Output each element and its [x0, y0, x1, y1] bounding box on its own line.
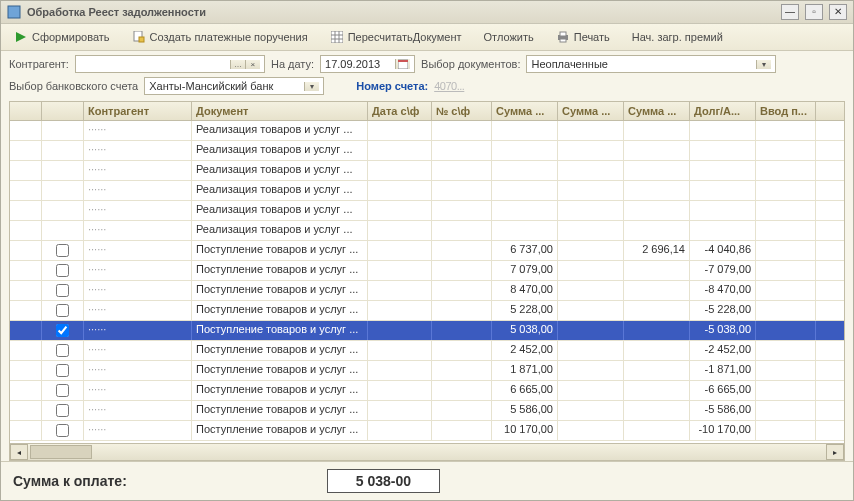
col-rowmarker[interactable] [10, 102, 42, 120]
window-buttons: — ▫ ✕ [781, 4, 847, 20]
table-row[interactable]: ······Поступление товаров и услуг ...2 4… [10, 341, 844, 361]
scroll-left-icon[interactable]: ◂ [10, 444, 28, 460]
table-row[interactable]: ······Реализация товаров и услуг ... [10, 141, 844, 161]
sum-to-pay-value: 5 038-00 [327, 469, 440, 493]
close-button[interactable]: ✕ [829, 4, 847, 20]
doc-select-combo[interactable]: Неоплаченные ▾ [526, 55, 776, 73]
table-row[interactable]: ······Поступление товаров и услуг ...8 4… [10, 281, 844, 301]
table-row[interactable]: ······Реализация товаров и услуг ... [10, 221, 844, 241]
cell-sum1: 5 038,00 [492, 321, 558, 340]
cell-invoice-date [368, 341, 432, 360]
table-row[interactable]: ······Реализация товаров и услуг ... [10, 181, 844, 201]
cell-invoice-no [432, 341, 492, 360]
cell-enter [756, 341, 816, 360]
col-sum2[interactable]: Сумма ... [558, 102, 624, 120]
cell-sum1 [492, 181, 558, 200]
table-row[interactable]: ······Поступление товаров и услуг ...7 0… [10, 261, 844, 281]
col-enter[interactable]: Ввод п... [756, 102, 816, 120]
postpone-label: Отложить [484, 31, 534, 43]
grid-body[interactable]: ······Реализация товаров и услуг ...····… [10, 121, 844, 443]
cell-counterparty: ······ [84, 421, 192, 440]
row-checkbox[interactable] [56, 424, 69, 437]
chevron-down-icon[interactable]: ▾ [756, 60, 771, 69]
col-invoice-date[interactable]: Дата с\ф [368, 102, 432, 120]
ellipsis-icon[interactable]: … [230, 60, 245, 69]
table-row[interactable]: ······Поступление товаров и услуг ...5 2… [10, 301, 844, 321]
cell-sum2 [558, 421, 624, 440]
cell-sum1 [492, 161, 558, 180]
col-counterparty[interactable]: Контрагент [84, 102, 192, 120]
account-number-link[interactable]: 4070... [434, 80, 464, 92]
cell-counterparty: ······ [84, 141, 192, 160]
cell-enter [756, 221, 816, 240]
cell-debt [690, 201, 756, 220]
cell-sum3 [624, 181, 690, 200]
col-debt[interactable]: Долг/А... [690, 102, 756, 120]
create-payments-label: Создать платежные поручения [150, 31, 308, 43]
cell-sum2 [558, 401, 624, 420]
cell-document: Поступление товаров и услуг ... [192, 341, 368, 360]
cell-enter [756, 381, 816, 400]
load-premium-button[interactable]: Нач. загр. премий [625, 28, 730, 46]
cell-sum2 [558, 121, 624, 140]
row-checkbox[interactable] [56, 284, 69, 297]
chevron-down-icon[interactable]: ▾ [304, 82, 319, 91]
table-row[interactable]: ······Поступление товаров и услуг ...6 6… [10, 381, 844, 401]
col-checkbox[interactable] [42, 102, 84, 120]
col-sum3[interactable]: Сумма ... [624, 102, 690, 120]
cell-enter [756, 301, 816, 320]
account-number-label: Номер счета: [356, 80, 428, 92]
print-button[interactable]: Печать [549, 27, 617, 47]
table-row[interactable]: ······Поступление товаров и услуг ...1 8… [10, 361, 844, 381]
table-row[interactable]: ······Поступление товаров и услуг ...5 0… [10, 321, 844, 341]
row-checkbox-cell [42, 421, 84, 440]
table-row[interactable]: ······Поступление товаров и услуг ...5 5… [10, 401, 844, 421]
clear-icon[interactable]: × [245, 60, 260, 69]
create-payments-button[interactable]: Создать платежные поручения [125, 27, 315, 47]
row-checkbox[interactable] [56, 304, 69, 317]
horizontal-scrollbar[interactable]: ◂ ▸ [10, 443, 844, 460]
cell-sum2 [558, 301, 624, 320]
printer-icon [556, 30, 570, 44]
date-field[interactable]: 17.09.2013 [320, 55, 415, 73]
cell-enter [756, 321, 816, 340]
recalc-button[interactable]: ПересчитатьДокумент [323, 27, 469, 47]
row-checkbox-cell [42, 321, 84, 340]
table-row[interactable]: ······Реализация товаров и услуг ... [10, 121, 844, 141]
counterparty-combo[interactable]: … × [75, 55, 265, 73]
row-checkbox[interactable] [56, 324, 69, 337]
col-invoice-no[interactable]: № с\ф [432, 102, 492, 120]
postpone-button[interactable]: Отложить [477, 28, 541, 46]
maximize-button[interactable]: ▫ [805, 4, 823, 20]
col-sum1[interactable]: Сумма ... [492, 102, 558, 120]
row-checkbox[interactable] [56, 404, 69, 417]
table-row[interactable]: ······Реализация товаров и услуг ... [10, 161, 844, 181]
scroll-right-icon[interactable]: ▸ [826, 444, 844, 460]
cell-invoice-no [432, 141, 492, 160]
minimize-button[interactable]: — [781, 4, 799, 20]
cell-enter [756, 281, 816, 300]
recalc-label: ПересчитатьДокумент [348, 31, 462, 43]
cell-sum3 [624, 301, 690, 320]
row-checkbox[interactable] [56, 344, 69, 357]
cell-sum2 [558, 261, 624, 280]
date-label: На дату: [271, 58, 314, 70]
table-row[interactable]: ······Реализация товаров и услуг ... [10, 201, 844, 221]
row-checkbox[interactable] [56, 244, 69, 257]
cell-invoice-date [368, 221, 432, 240]
row-checkbox[interactable] [56, 264, 69, 277]
table-row[interactable]: ······Поступление товаров и услуг ...6 7… [10, 241, 844, 261]
cell-sum2 [558, 361, 624, 380]
row-marker [10, 401, 42, 420]
cell-debt: -2 452,00 [690, 341, 756, 360]
cell-sum3 [624, 281, 690, 300]
scroll-thumb[interactable] [30, 445, 92, 459]
cell-document: Поступление товаров и услуг ... [192, 381, 368, 400]
calendar-icon[interactable] [395, 59, 410, 69]
bank-combo[interactable]: Ханты-Мансийский банк ▾ [144, 77, 324, 95]
col-document[interactable]: Документ [192, 102, 368, 120]
table-row[interactable]: ······Поступление товаров и услуг ...10 … [10, 421, 844, 441]
row-checkbox[interactable] [56, 364, 69, 377]
form-button[interactable]: Сформировать [7, 27, 117, 47]
row-checkbox[interactable] [56, 384, 69, 397]
